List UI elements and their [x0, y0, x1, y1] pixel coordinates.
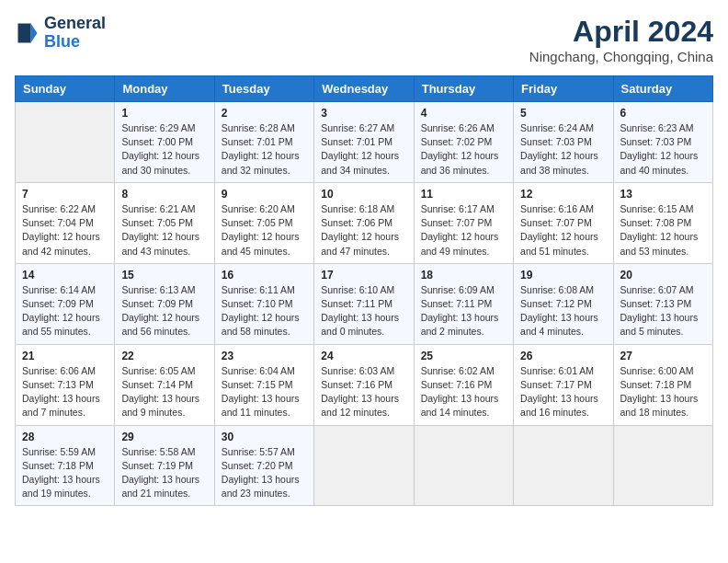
- sunset-text: Sunset: 7:17 PM: [520, 378, 606, 392]
- day-cell: 14Sunrise: 6:14 AMSunset: 7:09 PMDayligh…: [16, 263, 115, 344]
- week-row-1: 1Sunrise: 6:29 AMSunset: 7:00 PMDaylight…: [16, 102, 713, 183]
- daylight-text: Daylight: 13 hoursand 19 minutes.: [22, 473, 108, 500]
- day-number: 7: [22, 188, 108, 201]
- day-cell: 29Sunrise: 5:58 AMSunset: 7:19 PMDayligh…: [115, 425, 214, 506]
- day-detail: Sunrise: 5:58 AMSunset: 7:19 PMDaylight:…: [121, 445, 207, 501]
- sunrise-text: Sunrise: 6:24 AM: [520, 121, 606, 135]
- sunrise-text: Sunrise: 6:05 AM: [121, 364, 207, 378]
- day-cell: 19Sunrise: 6:08 AMSunset: 7:12 PMDayligh…: [514, 263, 613, 344]
- daylight-text: Daylight: 13 hoursand 5 minutes.: [620, 311, 706, 339]
- day-number: 9: [222, 188, 307, 201]
- day-detail: Sunrise: 6:00 AMSunset: 7:18 PMDaylight:…: [620, 364, 706, 420]
- location: Ningchang, Chongqing, China: [529, 49, 713, 64]
- day-number: 29: [121, 431, 207, 443]
- day-number: 2: [222, 107, 307, 120]
- day-number: 22: [121, 350, 207, 362]
- sunrise-text: Sunrise: 6:10 AM: [321, 283, 406, 297]
- day-number: 24: [321, 350, 406, 362]
- day-number: 28: [22, 431, 108, 443]
- day-number: 11: [421, 188, 506, 201]
- day-number: 16: [222, 269, 307, 282]
- day-detail: Sunrise: 6:03 AMSunset: 7:16 PMDaylight:…: [321, 364, 406, 420]
- day-cell: 27Sunrise: 6:00 AMSunset: 7:18 PMDayligh…: [613, 344, 712, 425]
- daylight-text: Daylight: 13 hoursand 0 minutes.: [321, 311, 406, 339]
- day-detail: Sunrise: 6:05 AMSunset: 7:14 PMDaylight:…: [121, 364, 207, 420]
- sunrise-text: Sunrise: 6:29 AM: [121, 121, 207, 135]
- day-number: 14: [22, 269, 108, 282]
- sunrise-text: Sunrise: 6:28 AM: [222, 121, 307, 135]
- day-detail: Sunrise: 5:57 AMSunset: 7:20 PMDaylight:…: [222, 445, 307, 501]
- day-cell: 17Sunrise: 6:10 AMSunset: 7:11 PMDayligh…: [314, 263, 414, 344]
- month-title: April 2024: [529, 15, 713, 49]
- logo-text: General Blue: [44, 15, 106, 52]
- daylight-text: Daylight: 12 hoursand 34 minutes.: [321, 149, 406, 177]
- day-detail: Sunrise: 6:15 AMSunset: 7:08 PMDaylight:…: [620, 202, 706, 259]
- sunrise-text: Sunrise: 5:58 AM: [121, 445, 207, 459]
- day-number: 19: [520, 269, 606, 282]
- week-row-5: 28Sunrise: 5:59 AMSunset: 7:18 PMDayligh…: [16, 425, 713, 506]
- title-block: April 2024 Ningchang, Chongqing, China: [529, 15, 713, 64]
- dow-monday: Monday: [115, 76, 214, 102]
- dow-sunday: Sunday: [16, 76, 115, 102]
- day-cell: [16, 102, 115, 183]
- dow-wednesday: Wednesday: [314, 76, 414, 102]
- day-cell: 2Sunrise: 6:28 AMSunset: 7:01 PMDaylight…: [214, 102, 313, 183]
- sunset-text: Sunset: 7:11 PM: [321, 297, 406, 311]
- day-detail: Sunrise: 6:10 AMSunset: 7:11 PMDaylight:…: [321, 283, 406, 339]
- day-detail: Sunrise: 6:09 AMSunset: 7:11 PMDaylight:…: [421, 283, 506, 339]
- day-detail: Sunrise: 6:08 AMSunset: 7:12 PMDaylight:…: [520, 283, 606, 339]
- day-number: 3: [321, 107, 406, 120]
- sunrise-text: Sunrise: 6:11 AM: [222, 283, 307, 297]
- sunrise-text: Sunrise: 6:06 AM: [22, 364, 108, 378]
- day-cell: [613, 425, 712, 506]
- daylight-text: Daylight: 12 hoursand 58 minutes.: [222, 311, 307, 339]
- day-number: 1: [121, 107, 207, 120]
- sunrise-text: Sunrise: 6:07 AM: [620, 283, 706, 297]
- daylight-text: Daylight: 12 hoursand 55 minutes.: [22, 311, 108, 339]
- day-of-week-header: SundayMondayTuesdayWednesdayThursdayFrid…: [16, 76, 713, 102]
- sunrise-text: Sunrise: 6:03 AM: [321, 364, 406, 378]
- day-number: 20: [620, 269, 706, 282]
- day-number: 26: [520, 350, 606, 362]
- day-detail: Sunrise: 6:13 AMSunset: 7:09 PMDaylight:…: [121, 283, 207, 339]
- sunset-text: Sunset: 7:02 PM: [421, 135, 506, 149]
- day-detail: Sunrise: 6:24 AMSunset: 7:03 PMDaylight:…: [520, 121, 606, 178]
- daylight-text: Daylight: 12 hoursand 40 minutes.: [620, 149, 706, 177]
- svg-marker-1: [18, 23, 31, 42]
- sunset-text: Sunset: 7:13 PM: [620, 297, 706, 311]
- day-detail: Sunrise: 6:28 AMSunset: 7:01 PMDaylight:…: [222, 121, 307, 178]
- week-row-4: 21Sunrise: 6:06 AMSunset: 7:13 PMDayligh…: [16, 344, 713, 425]
- daylight-text: Daylight: 13 hoursand 7 minutes.: [22, 392, 108, 419]
- day-cell: [514, 425, 613, 506]
- day-cell: 6Sunrise: 6:23 AMSunset: 7:03 PMDaylight…: [613, 102, 712, 183]
- sunrise-text: Sunrise: 6:22 AM: [22, 202, 108, 216]
- day-cell: 3Sunrise: 6:27 AMSunset: 7:01 PMDaylight…: [314, 102, 414, 183]
- sunrise-text: Sunrise: 6:15 AM: [620, 202, 706, 216]
- dow-tuesday: Tuesday: [214, 76, 313, 102]
- sunset-text: Sunset: 7:14 PM: [121, 378, 207, 392]
- sunset-text: Sunset: 7:01 PM: [222, 135, 307, 149]
- daylight-text: Daylight: 12 hoursand 45 minutes.: [222, 230, 307, 258]
- day-detail: Sunrise: 6:21 AMSunset: 7:05 PMDaylight:…: [121, 202, 207, 259]
- day-cell: [314, 425, 414, 506]
- logo-icon: [15, 20, 40, 46]
- day-detail: Sunrise: 5:59 AMSunset: 7:18 PMDaylight:…: [22, 445, 108, 501]
- sunrise-text: Sunrise: 6:20 AM: [222, 202, 307, 216]
- day-cell: 22Sunrise: 6:05 AMSunset: 7:14 PMDayligh…: [115, 344, 214, 425]
- day-detail: Sunrise: 6:17 AMSunset: 7:07 PMDaylight:…: [421, 202, 506, 259]
- daylight-text: Daylight: 12 hoursand 30 minutes.: [121, 149, 207, 177]
- logo: General Blue: [15, 15, 106, 52]
- week-row-2: 7Sunrise: 6:22 AMSunset: 7:04 PMDaylight…: [16, 182, 713, 263]
- day-cell: 20Sunrise: 6:07 AMSunset: 7:13 PMDayligh…: [613, 263, 712, 344]
- day-number: 18: [421, 269, 506, 282]
- dow-friday: Friday: [514, 76, 613, 102]
- day-cell: 10Sunrise: 6:18 AMSunset: 7:06 PMDayligh…: [314, 182, 414, 263]
- day-cell: 4Sunrise: 6:26 AMSunset: 7:02 PMDaylight…: [414, 102, 513, 183]
- day-detail: Sunrise: 6:07 AMSunset: 7:13 PMDaylight:…: [620, 283, 706, 339]
- day-cell: 5Sunrise: 6:24 AMSunset: 7:03 PMDaylight…: [514, 102, 613, 183]
- sunset-text: Sunset: 7:07 PM: [520, 216, 606, 230]
- daylight-text: Daylight: 13 hoursand 4 minutes.: [520, 311, 606, 339]
- logo-blue: Blue: [44, 32, 80, 51]
- daylight-text: Daylight: 12 hoursand 38 minutes.: [520, 149, 606, 177]
- day-number: 5: [520, 107, 606, 120]
